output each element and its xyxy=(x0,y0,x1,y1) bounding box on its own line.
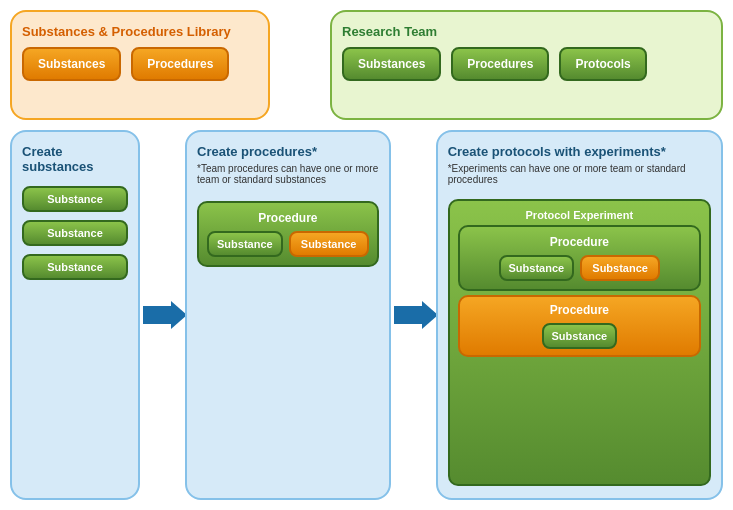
experiment-procedure-2-inner: Substance xyxy=(466,323,693,349)
substance-list: Substance Substance Substance xyxy=(22,186,128,280)
arrow-2-container xyxy=(396,130,436,500)
arrow-1-body xyxy=(143,306,171,324)
step1-title: Create substances xyxy=(22,144,128,174)
procedure-card-1-title: Procedure xyxy=(207,211,369,225)
top-row: Substances & Procedures Library Substanc… xyxy=(10,10,723,120)
library-substances-button[interactable]: Substances xyxy=(22,47,121,81)
experiment-procedure-1-title: Procedure xyxy=(468,235,691,249)
create-procedures-box: Create procedures* *Team procedures can … xyxy=(185,130,391,500)
research-title: Research Team xyxy=(342,24,711,39)
procedure-card-1-inner: Substance Substance xyxy=(207,231,369,257)
procedure-card-1: Procedure Substance Substance xyxy=(197,201,379,267)
top-spacer xyxy=(285,10,315,120)
library-procedures-button[interactable]: Procedures xyxy=(131,47,229,81)
library-title: Substances & Procedures Library xyxy=(22,24,258,39)
arrow-1-container xyxy=(145,130,185,500)
library-btn-row: Substances Procedures xyxy=(22,47,258,81)
research-box: Research Team Substances Procedures Prot… xyxy=(330,10,723,120)
arrow-2 xyxy=(394,301,438,329)
arrow-2-body xyxy=(394,306,422,324)
research-protocols-button[interactable]: Protocols xyxy=(559,47,646,81)
arrow-1 xyxy=(143,301,187,329)
experiment-procedure-1: Procedure Substance Substance xyxy=(458,225,701,291)
substance-item-3[interactable]: Substance xyxy=(22,254,128,280)
exp-proc1-sub2[interactable]: Substance xyxy=(580,255,660,281)
bottom-row: Create substances Substance Substance Su… xyxy=(10,130,723,500)
substance-item-2[interactable]: Substance xyxy=(22,220,128,246)
create-protocols-box: Create protocols with experiments* *Expe… xyxy=(436,130,723,500)
create-substances-box: Create substances Substance Substance Su… xyxy=(10,130,140,500)
step3-title: Create protocols with experiments* xyxy=(448,144,711,159)
experiment-procedure-2: Procedure Substance xyxy=(458,295,701,357)
research-btn-row: Substances Procedures Protocols xyxy=(342,47,711,81)
exp-proc1-sub1[interactable]: Substance xyxy=(499,255,575,281)
experiment-procedure-2-title: Procedure xyxy=(466,303,693,317)
step3-subtitle: *Experiments can have one or more team o… xyxy=(448,163,711,185)
exp-proc2-sub1[interactable]: Substance xyxy=(542,323,618,349)
protocol-experiment-title: Protocol Experiment xyxy=(458,209,701,221)
experiment-procedure-1-inner: Substance Substance xyxy=(468,255,691,281)
research-procedures-button[interactable]: Procedures xyxy=(451,47,549,81)
proc1-substance-1[interactable]: Substance xyxy=(207,231,283,257)
main-container: Substances & Procedures Library Substanc… xyxy=(0,0,733,510)
protocol-experiment: Protocol Experiment Procedure Substance … xyxy=(448,199,711,486)
research-substances-button[interactable]: Substances xyxy=(342,47,441,81)
substance-item-1[interactable]: Substance xyxy=(22,186,128,212)
step2-title: Create procedures* xyxy=(197,144,379,159)
proc1-substance-2[interactable]: Substance xyxy=(289,231,369,257)
step2-subtitle: *Team procedures can have one or more te… xyxy=(197,163,379,185)
library-box: Substances & Procedures Library Substanc… xyxy=(10,10,270,120)
